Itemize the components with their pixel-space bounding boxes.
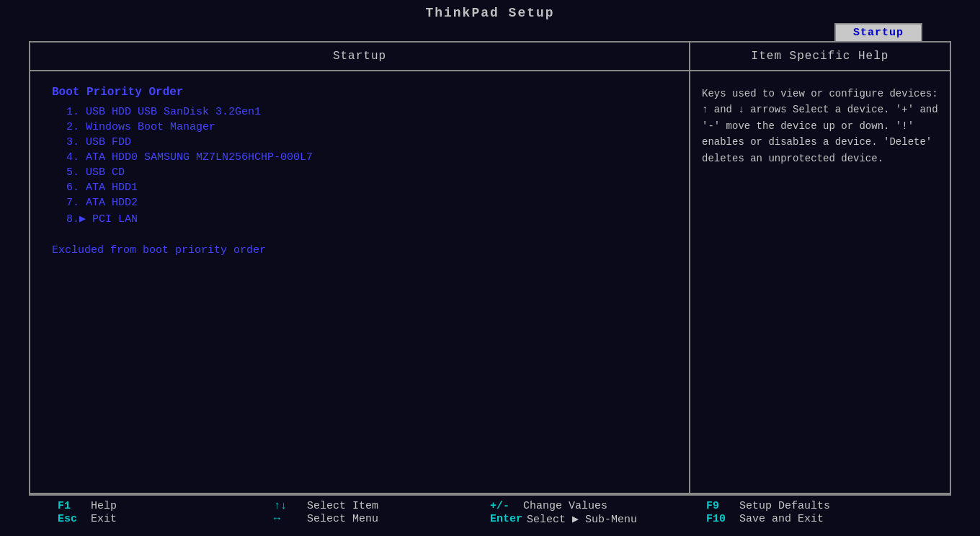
- footer: F1Help↑↓Select Item+/-Change ValuesF9Set…: [29, 494, 951, 530]
- boot-item-3[interactable]: 3. USB FDD: [52, 135, 667, 150]
- boot-item-8[interactable]: 8.▶ PCI LAN: [52, 210, 667, 227]
- footer-item-footer-row-1-1: ↑↓Select Item: [274, 500, 490, 512]
- footer-desc: Setup Defaults: [739, 500, 830, 512]
- boot-item-6[interactable]: 6. ATA HDD1: [52, 180, 667, 195]
- footer-desc: Change Values: [523, 500, 607, 512]
- footer-key: +/-: [490, 500, 519, 512]
- footer-key: F10: [706, 513, 735, 525]
- footer-key: ↔: [274, 513, 303, 525]
- left-panel-header: Startup: [30, 43, 689, 71]
- footer-desc: Select Menu: [307, 513, 378, 525]
- tab-bar: Startup: [0, 23, 980, 41]
- footer-item-footer-row-2-0: EscExit: [58, 513, 274, 525]
- help-text: Keys used to view or configure devices: …: [702, 88, 938, 164]
- footer-item-footer-row-2-3: F10Save and Exit: [706, 513, 922, 525]
- right-panel-header: Item Specific Help: [690, 43, 950, 71]
- title-text: ThinkPad Setup: [425, 6, 554, 20]
- footer-desc: Select ▶ Sub-Menu: [527, 512, 637, 526]
- boot-item-1[interactable]: 1. USB HDD USB SanDisk 3.2Gen1: [52, 104, 667, 120]
- footer-key: Esc: [58, 513, 86, 525]
- boot-item-5[interactable]: 5. USB CD: [52, 165, 667, 180]
- right-panel: Item Specific Help Keys used to view or …: [690, 43, 950, 493]
- footer-desc: Save and Exit: [739, 513, 824, 525]
- right-panel-body: Keys used to view or configure devices: …: [690, 71, 950, 493]
- left-panel-body: Boot Priority Order 1. USB HDD USB SanDi…: [30, 71, 689, 493]
- footer-row-2: EscExit↔Select MenuEnterSelect ▶ Sub-Men…: [58, 512, 922, 526]
- footer-key: F1: [58, 500, 86, 512]
- footer-desc: Select Item: [307, 500, 378, 512]
- footer-key: ↑↓: [274, 500, 303, 512]
- left-panel: Startup Boot Priority Order 1. USB HDD U…: [30, 43, 690, 493]
- boot-priority-label: Boot Priority Order: [52, 86, 667, 99]
- boot-item-2[interactable]: 2. Windows Boot Manager: [52, 120, 667, 135]
- footer-item-footer-row-2-2: EnterSelect ▶ Sub-Menu: [490, 512, 706, 526]
- boot-item-4[interactable]: 4. ATA HDD0 SAMSUNG MZ7LN256HCHP-000L7: [52, 150, 667, 165]
- left-header-text: Startup: [333, 50, 386, 63]
- tab-startup[interactable]: Startup: [834, 23, 922, 41]
- footer-item-footer-row-1-0: F1Help: [58, 500, 274, 512]
- footer-row-1: F1Help↑↓Select Item+/-Change ValuesF9Set…: [58, 500, 922, 512]
- footer-desc: Help: [91, 500, 117, 512]
- footer-item-footer-row-2-1: ↔Select Menu: [274, 513, 490, 525]
- footer-desc: Exit: [91, 513, 117, 525]
- footer-key: Enter: [490, 513, 522, 525]
- bios-screen: ThinkPad Setup Startup Startup Boot Prio…: [0, 0, 980, 536]
- footer-item-footer-row-1-3: F9Setup Defaults: [706, 500, 922, 512]
- main-content: Startup Boot Priority Order 1. USB HDD U…: [29, 41, 951, 494]
- footer-item-footer-row-1-2: +/-Change Values: [490, 500, 706, 512]
- tab-startup-label: Startup: [853, 27, 904, 39]
- footer-key: F9: [706, 500, 735, 512]
- bios-title: ThinkPad Setup: [0, 0, 980, 23]
- boot-item-7[interactable]: 7. ATA HDD2: [52, 195, 667, 210]
- boot-items-list: 1. USB HDD USB SanDisk 3.2Gen1 2. Window…: [52, 104, 667, 227]
- right-header-text: Item Specific Help: [752, 50, 889, 63]
- excluded-label: Excluded from boot priority order: [52, 244, 667, 256]
